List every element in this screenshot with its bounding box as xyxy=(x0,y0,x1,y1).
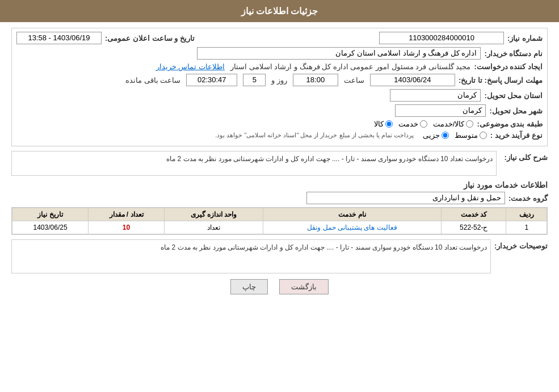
farayand-radio-group: متوسط جزیی xyxy=(423,131,487,140)
col-nam: نام خدمت xyxy=(263,208,441,221)
idad-value: مجید گلستانی فرد مسئول امور عمومی اداره … xyxy=(230,62,470,71)
tabaghe-radio-group: کالا/خدمت خدمت کالا xyxy=(374,120,474,128)
idad-label: ایجاد کننده درخواست: xyxy=(474,62,543,71)
shahr-value: کرمان xyxy=(395,104,486,117)
khadamat-title: اطلاعات خدمات مورد نیاز xyxy=(11,180,548,189)
buttons-row: بازگشت چاپ xyxy=(11,279,548,294)
row-farayand: نوع فرآیند خرید : متوسط جزیی پرداخت تمام… xyxy=(16,131,543,140)
ostan-value: کرمان xyxy=(390,89,481,102)
tarikh-elan-label: تاریخ و ساعت اعلان عمومی: xyxy=(105,34,195,43)
remain-value: 02:30:47 xyxy=(186,74,237,86)
radio-jozee[interactable] xyxy=(442,132,449,139)
mohlat-label: مهلت ارسال پاسخ: تا تاریخ: xyxy=(459,76,543,85)
row-mohlat: مهلت ارسال پاسخ: تا تاریخ: 1403/06/24 سا… xyxy=(16,74,543,86)
top-info-section: شماره نیاز: 1103000284000010 تاریخ و ساع… xyxy=(11,28,548,146)
print-button[interactable]: چاپ xyxy=(230,279,268,294)
cell-tarikh: 1403/06/25 xyxy=(12,221,89,234)
idad-link[interactable]: اطلاعات تماس خریدار xyxy=(156,62,225,71)
farayand-note: پرداخت تمام یا بخشی از مبلغ خریدار از مح… xyxy=(215,132,414,139)
row-idad-konande: ایجاد کننده درخواست: مجید گلستانی فرد مس… xyxy=(16,62,543,71)
page-header: جزئیات اطلاعات نیاز xyxy=(0,0,559,22)
cell-nam[interactable]: فعالیت های پشتیبانی حمل ونقل xyxy=(263,221,441,234)
date-value: 1403/06/24 xyxy=(370,74,455,86)
radio-motavasset-label: متوسط xyxy=(455,131,478,140)
col-radif: ردیف xyxy=(506,208,547,221)
cell-tedad: 10 xyxy=(89,221,165,234)
remain-label: ساعت باقی مانده xyxy=(125,76,180,85)
row-shahr: شهر محل تحویل: کرمان xyxy=(16,104,543,117)
col-vahad: واحد اندازه گیری xyxy=(165,208,263,221)
towzih-label: توصیحات خریدار: xyxy=(491,242,548,250)
tarikh-elan-value: 1403/06/19 - 13:58 xyxy=(16,32,102,44)
radio-khadamat-item: خدمت xyxy=(398,120,427,128)
row-ostan: استان محل تحویل: کرمان xyxy=(16,89,543,102)
radio-jozee-label: جزیی xyxy=(423,131,440,140)
col-tedad: تعداد / مقدار xyxy=(89,208,165,221)
sharh-label: شرح کلی نیاز: xyxy=(497,153,548,162)
gorohe-label: گروه خدمت: xyxy=(508,194,548,203)
sharh-section: شرح کلی نیاز: درخواست تعداد 10 دستگاه خو… xyxy=(11,151,548,176)
table-header-row: ردیف کد خدمت نام خدمت واحد اندازه گیری ت… xyxy=(12,208,547,221)
services-table: ردیف کد خدمت نام خدمت واحد اندازه گیری ت… xyxy=(12,208,547,234)
tabaghe-label: طبقه بندی موضوعی: xyxy=(477,120,543,128)
row-shomara-tarikh: شماره نیاز: 1103000284000010 تاریخ و ساع… xyxy=(16,32,543,44)
sharh-value: درخواست تعداد 10 دستگاه خودرو سواری سمند… xyxy=(11,151,497,176)
main-content: شماره نیاز: 1103000284000010 تاریخ و ساع… xyxy=(0,22,559,306)
cell-vahad: تعداد xyxy=(165,221,263,234)
farayand-label: نوع فرآیند خرید : xyxy=(490,131,543,140)
cell-radif: 1 xyxy=(506,221,547,234)
shahr-label: شهر محل تحویل: xyxy=(489,107,543,115)
towzih-section: توصیحات خریدار: درخواست تعداد 10 دستگاه … xyxy=(11,239,548,273)
table-row: 1 ح-52-522 فعالیت های پشتیبانی حمل ونقل … xyxy=(12,221,547,234)
radio-jozee-item: جزیی xyxy=(423,131,449,140)
radio-khadamat-label: خدمت xyxy=(398,120,418,128)
shomara-value: 1103000284000010 xyxy=(379,32,504,44)
radio-kala-khadamat-label: کالا/خدمت xyxy=(433,120,465,128)
cell-kod: ح-52-522 xyxy=(442,221,506,234)
nam-dastgah-value: اداره کل فرهنگ و ارشاد اسلامی استان کرما… xyxy=(197,47,481,60)
services-table-section: ردیف کد خدمت نام خدمت واحد اندازه گیری ت… xyxy=(11,207,548,235)
shomara-label: شماره نیاز: xyxy=(507,34,543,43)
time-value: 18:00 xyxy=(293,74,338,86)
col-kod: کد خدمت xyxy=(442,208,506,221)
nam-dastgah-label: نام دستگاه خریدار: xyxy=(484,49,543,58)
saat-label: ساعت xyxy=(344,76,364,85)
towzih-value: درخواست تعداد 10 دستگاه خودرو سواری سمند… xyxy=(11,239,491,273)
radio-kala[interactable] xyxy=(385,120,393,128)
towzih-area-wrapper: درخواست تعداد 10 دستگاه خودرو سواری سمند… xyxy=(11,239,491,273)
page-wrapper: جزئیات اطلاعات نیاز شماره نیاز: 11030002… xyxy=(0,0,559,392)
radio-khadamat[interactable] xyxy=(420,120,427,128)
radio-kala-item: کالا xyxy=(374,120,393,128)
rooz-label: روز و xyxy=(271,76,287,85)
back-button[interactable]: بازگشت xyxy=(279,279,329,294)
row-gorohe: گروه خدمت: حمل و نقل و انبارداری xyxy=(11,192,548,204)
row-nam-dastgah: نام دستگاه خریدار: اداره کل فرهنگ و ارشا… xyxy=(16,47,543,60)
gorohe-value: حمل و نقل و انبارداری xyxy=(306,192,505,204)
row-tabaghe: طبقه بندی موضوعی: کالا/خدمت خدمت کالا xyxy=(16,120,543,128)
radio-kala-khadamat[interactable] xyxy=(466,120,473,128)
radio-kala-khadamat-item: کالا/خدمت xyxy=(433,120,474,128)
ostan-label: استان محل تحویل: xyxy=(484,91,543,100)
col-tarikh: تاریخ نیاز xyxy=(12,208,89,221)
page-title: جزئیات اطلاعات نیاز xyxy=(241,6,318,16)
radio-motavasset[interactable] xyxy=(480,132,487,139)
radio-motavasset-item: متوسط xyxy=(455,131,487,140)
days-value: 5 xyxy=(243,74,266,86)
radio-kala-label: کالا xyxy=(374,120,384,128)
